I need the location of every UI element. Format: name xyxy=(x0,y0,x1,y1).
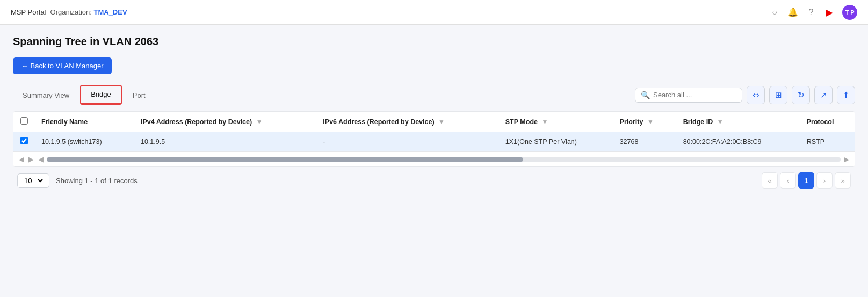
cell-ipv6: - xyxy=(316,132,498,151)
youtube-icon[interactable]: ▶ xyxy=(824,7,835,18)
topnav-right: ○ 🔔 ? ▶ T P xyxy=(769,5,857,20)
scroll-right-arrow[interactable]: ▶ xyxy=(27,155,35,163)
cell-protocol: RSTP xyxy=(800,132,855,151)
first-page-button[interactable]: « xyxy=(762,172,778,189)
footer-left: 10 25 50 100 Showing 1 - 1 of 1 records xyxy=(17,173,138,188)
table-wrapper: Friendly Name IPv4 Address (Reported by … xyxy=(13,111,855,167)
topnav: MSP Portal Organization: TMA_DEV ○ 🔔 ? ▶… xyxy=(0,0,868,25)
table-row[interactable]: 10.1.9.5 (switch173) 10.1.9.5 - 1X1(One … xyxy=(13,132,855,151)
main-table: Friendly Name IPv4 Address (Reported by … xyxy=(13,112,855,151)
tab-port[interactable]: Port xyxy=(123,87,155,105)
filter-stp-icon[interactable]: ▼ xyxy=(541,118,548,126)
cell-stp-mode: 1X1(One STP Per Vlan) xyxy=(499,132,613,151)
tab-bridge-wrapper: Bridge xyxy=(80,85,122,105)
col-ipv4: IPv4 Address (Reported by Device) ▼ xyxy=(134,112,316,132)
per-page-select[interactable]: 10 25 50 100 xyxy=(22,176,45,185)
scroll-right-end[interactable]: ▶ xyxy=(843,155,850,163)
upload-button[interactable]: ⬆ xyxy=(837,86,855,104)
scroll-track[interactable] xyxy=(47,157,841,162)
col-friendly-name: Friendly Name xyxy=(35,112,134,132)
export-button[interactable]: ↗ xyxy=(814,86,833,104)
table-header-row: Friendly Name IPv4 Address (Reported by … xyxy=(13,112,855,132)
pagination-row: 10 25 50 100 Showing 1 - 1 of 1 records … xyxy=(13,167,855,191)
page-title: Spanning Tree in VLAN 2063 xyxy=(13,35,855,48)
col-ipv6: IPv6 Address (Reported by Device) ▼ xyxy=(316,112,498,132)
toolbar-right: 🔍 ⇔ ⊞ ↻ ↗ ⬆ xyxy=(635,86,855,104)
row-checkbox[interactable] xyxy=(20,137,28,144)
cell-bridge-id: 80:00:2C:FA:A2:0C:B8:C9 xyxy=(677,132,800,151)
row-checkbox-col xyxy=(13,132,35,151)
avatar[interactable]: T P xyxy=(842,5,857,20)
topnav-left: MSP Portal Organization: TMA_DEV xyxy=(11,8,769,16)
filter-ipv4-icon[interactable]: ▼ xyxy=(256,118,263,126)
cell-friendly-name: 10.1.9.5 (switch173) xyxy=(35,132,134,151)
search-icon: 🔍 xyxy=(641,91,650,99)
cell-ipv4: 10.1.9.5 xyxy=(134,132,316,151)
tabs-container: Summary View Bridge Port xyxy=(13,85,155,105)
records-text: Showing 1 - 1 of 1 records xyxy=(56,177,138,185)
refresh-button[interactable]: ↻ xyxy=(792,86,810,104)
cell-priority: 32768 xyxy=(613,132,677,151)
search-input[interactable] xyxy=(653,91,736,99)
help-icon[interactable]: ? xyxy=(806,7,816,18)
tab-summary-view[interactable]: Summary View xyxy=(13,87,79,105)
pagination-buttons: « ‹ 1 › » xyxy=(762,172,851,189)
scroll-bar-area: ◀ ▶ ◀ ▶ xyxy=(13,151,855,166)
col-priority: Priority ▼ xyxy=(613,112,677,132)
topnav-org: Organization: TMA_DEV xyxy=(50,8,127,16)
last-page-button[interactable]: » xyxy=(835,172,851,189)
scroll-left-arrow2[interactable]: ◀ xyxy=(37,155,45,163)
search-icon[interactable]: ○ xyxy=(769,7,780,18)
search-box[interactable]: 🔍 xyxy=(635,88,742,103)
col-stp-mode: STP Mode ▼ xyxy=(499,112,613,132)
col-protocol: Protocol xyxy=(800,112,855,132)
select-all-col xyxy=(13,112,35,132)
bell-icon[interactable]: 🔔 xyxy=(787,7,798,18)
filter-priority-icon[interactable]: ▼ xyxy=(647,118,654,126)
filter-bridge-id-icon[interactable]: ▼ xyxy=(717,118,724,126)
collapse-expand-button[interactable]: ⇔ xyxy=(747,86,765,104)
prev-page-button[interactable]: ‹ xyxy=(780,172,796,189)
tab-bridge[interactable]: Bridge xyxy=(81,86,121,104)
columns-button[interactable]: ⊞ xyxy=(769,86,787,104)
topnav-org-name: TMA_DEV xyxy=(93,8,127,16)
main-content: Spanning Tree in VLAN 2063 ← Back to VLA… xyxy=(0,25,868,201)
next-page-button[interactable]: › xyxy=(816,172,833,189)
select-all-checkbox[interactable] xyxy=(20,117,28,125)
topnav-org-label: Organization: xyxy=(50,8,92,16)
col-bridge-id: Bridge ID ▼ xyxy=(677,112,800,132)
page-1-button[interactable]: 1 xyxy=(798,172,814,189)
table-body: 10.1.9.5 (switch173) 10.1.9.5 - 1X1(One … xyxy=(13,132,855,151)
topnav-brand: MSP Portal xyxy=(11,8,46,16)
per-page-select-wrapper[interactable]: 10 25 50 100 xyxy=(17,173,49,188)
back-to-vlan-button[interactable]: ← Back to VLAN Manager xyxy=(13,57,112,74)
tabs-toolbar: Summary View Bridge Port 🔍 ⇔ ⊞ ↻ ↗ ⬆ xyxy=(13,85,855,105)
filter-ipv6-icon[interactable]: ▼ xyxy=(438,118,445,126)
scroll-thumb xyxy=(47,157,523,162)
scroll-left-arrow[interactable]: ◀ xyxy=(18,155,25,163)
